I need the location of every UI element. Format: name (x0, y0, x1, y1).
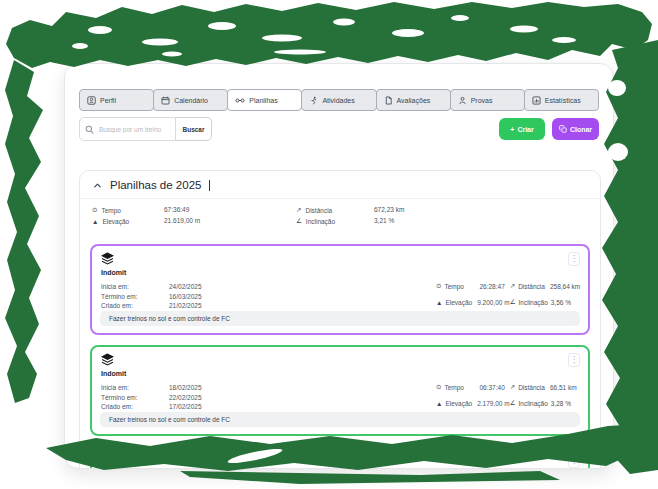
card-stats: ⊙Tempo06:37:40 ↗Distância66,51 km ▲Eleva… (436, 383, 580, 407)
runner-icon (309, 96, 318, 105)
search-button[interactable]: Buscar (175, 117, 212, 141)
distance-icon: ↗ (510, 383, 515, 391)
chart-icon (532, 96, 541, 105)
tab-provas[interactable]: Provas (450, 89, 525, 111)
incline-icon: ∠ (510, 399, 516, 407)
card-title: Indomit (101, 269, 126, 276)
create-button[interactable]: + Criar (499, 118, 545, 140)
action-buttons: + Criar Clonar (499, 118, 599, 140)
tab-label: Perfil (100, 97, 116, 104)
tab-perfil[interactable]: Perfil (79, 89, 154, 111)
clone-button[interactable]: Clonar (552, 118, 599, 140)
person-icon (458, 96, 467, 105)
search-icon (85, 125, 94, 134)
layers-icon (101, 353, 114, 366)
training-card[interactable]: ⋮ Indomit Inicia em:18/02/2025 Término e… (90, 345, 590, 436)
document-icon (384, 96, 393, 105)
copy-icon (559, 125, 567, 133)
tab-label: Avaliações (397, 97, 431, 104)
clock-icon: ⊙ (436, 282, 441, 290)
layers-icon (101, 252, 114, 265)
tab-label: Calendário (174, 97, 208, 104)
stat-value: 67:36:49 (164, 206, 296, 214)
elevation-icon: ▲ (92, 218, 98, 225)
search-box (79, 117, 176, 141)
chevron-up-icon[interactable] (92, 180, 103, 191)
search-group: Buscar (79, 117, 212, 141)
clock-icon: ⊙ (92, 206, 97, 214)
card-menu-button[interactable]: ⋮ (568, 252, 580, 266)
distance-icon: ↗ (296, 206, 301, 214)
planilhas-panel: Planilhas de 2025 ⊙Tempo 67:36:49 ↗Distâ… (79, 170, 601, 469)
toolbar: Buscar + Criar Clonar (79, 117, 599, 141)
incline-icon: ∠ (296, 217, 302, 225)
tab-avaliacoes[interactable]: Avaliações (376, 89, 451, 111)
tab-calendario[interactable]: Calendário (153, 89, 228, 111)
screenshot-stage: Perfil Calendário Planilhas Atividades A… (0, 0, 658, 489)
card-menu-button[interactable]: ⋮ (568, 454, 580, 468)
card-dates: Inicia em:24/02/2025 Término em:16/03/20… (101, 282, 202, 311)
plus-icon: + (510, 126, 514, 133)
calendar-icon (161, 96, 170, 105)
search-input[interactable] (97, 125, 171, 134)
card-list: ⋮ Indomit Inicia em:24/02/2025 Término e… (80, 234, 600, 469)
tab-estatisticas[interactable]: Estatísticas (524, 89, 599, 111)
incline-icon: ∠ (510, 298, 516, 306)
clone-label: Clonar (570, 126, 592, 133)
dumbbell-icon (235, 96, 245, 105)
card-menu-button[interactable]: ⋮ (568, 353, 580, 367)
tab-atividades[interactable]: Atividades (301, 89, 376, 111)
card-note: Fazer treinos no sol e com controle de F… (100, 412, 580, 427)
layers-icon (101, 454, 114, 467)
stat-label: ∠Inclinação (296, 217, 374, 225)
create-label: Criar (517, 126, 533, 133)
profile-icon (87, 96, 96, 105)
tab-bar: Perfil Calendário Planilhas Atividades A… (79, 89, 599, 111)
tab-label: Estatísticas (545, 97, 581, 104)
card-title: Indomit (101, 370, 126, 377)
panel-title[interactable]: Planilhas de 2025 (110, 179, 201, 191)
stat-label: ⊙Tempo (92, 206, 164, 214)
tab-label: Planilhas (249, 97, 277, 104)
distance-icon: ↗ (510, 282, 515, 290)
panel-stats: ⊙Tempo 67:36:49 ↗Distância 672,23 km ▲El… (80, 199, 600, 234)
card-note: Fazer treinos no sol e com controle de F… (100, 311, 580, 326)
training-card[interactable]: ⋮ Indomit Inicia em:24/02/2025 Término e… (90, 244, 590, 335)
text-cursor (209, 180, 210, 191)
app-window: Perfil Calendário Planilhas Atividades A… (64, 63, 614, 469)
card-stats: ⊙Tempo26:28:47 ↗Distância258,64 km ▲Elev… (436, 282, 580, 306)
elevation-icon: ▲ (436, 400, 442, 407)
tab-planilhas[interactable]: Planilhas (227, 89, 302, 111)
stat-value: 21.619,00 m (164, 217, 296, 225)
tab-label: Provas (471, 97, 493, 104)
stat-value: 3,21 % (374, 217, 588, 225)
stat-value: 672,23 km (374, 206, 588, 214)
tab-label: Atividades (322, 97, 354, 104)
panel-header: Planilhas de 2025 (80, 171, 600, 199)
card-dates: Inicia em:18/02/2025 Término em:22/02/20… (101, 383, 202, 412)
elevation-icon: ▲ (436, 299, 442, 306)
clock-icon: ⊙ (436, 383, 441, 391)
stat-label: ↗Distância (296, 206, 374, 214)
stat-label: ▲Elevação (92, 217, 164, 225)
training-card[interactable]: ⋮ (90, 446, 590, 469)
